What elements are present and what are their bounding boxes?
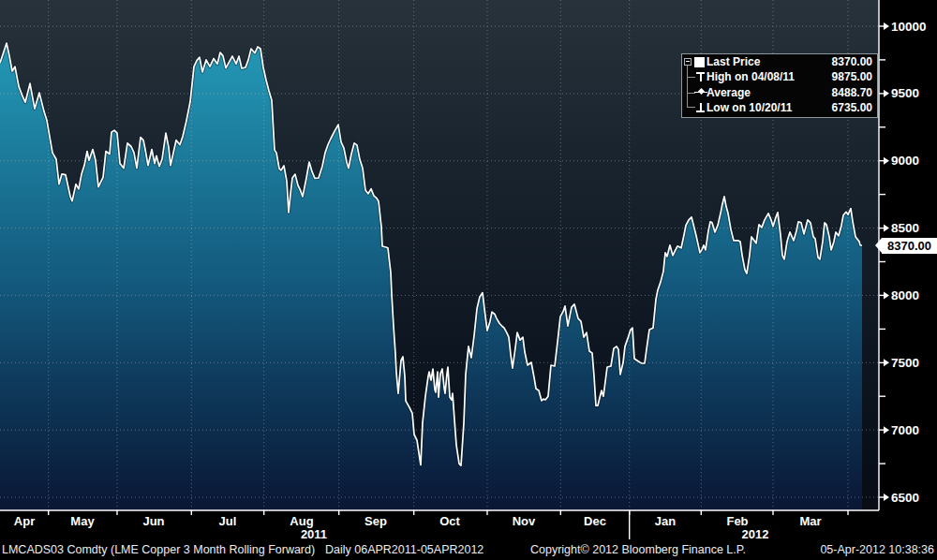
month-label: May [70,514,95,528]
month-label: Nov [513,514,536,528]
y-tick-label: 8500 [891,221,919,235]
month-label: Dec [584,514,606,528]
y-tick-label: 8000 [891,288,919,302]
legend-label: Low on 10/20/11 [706,100,792,115]
y-tick-label: 7500 [891,356,919,370]
legend-value: 8370.00 [832,54,872,69]
last-price-swatch-icon [694,57,705,67]
y-axis-ticks: 100009500900085008000750070006500 [879,20,927,505]
copyright-notice: Copyright© 2012 Bloomberg Finance L.P. [530,540,746,559]
chart-legend: Last Price 8370.00 High on 04/08/11 9875… [681,53,878,118]
high-whisker-icon [695,71,706,82]
timestamp: 05-Apr-2012 10:38:36 [820,540,934,559]
legend-collapse-icon[interactable] [684,58,692,66]
x-axis-labels: AprMayJunJulAugSepOctNovDecJanFebMar2011… [14,514,822,539]
legend-row-average[interactable]: Average 8488.70 [682,85,877,100]
legend-label: Last Price [706,54,760,69]
status-bar: LMCADS03 Comdty (LME Copper 3 Month Roll… [0,540,937,560]
y-tick-label: 7000 [891,423,919,437]
month-label: Jul [219,514,237,528]
y-tick-label: 10000 [891,20,927,34]
security-description: LMCADS03 Comdty (LME Copper 3 Month Roll… [2,540,315,559]
legend-value: 9875.00 [832,69,872,84]
month-label: Apr [14,514,35,528]
year-label: 2012 [742,527,769,540]
low-whisker-icon [695,102,706,113]
last-price-axis-tag: 8370.00 [882,238,937,254]
average-marker-icon [695,87,706,98]
legend-row-low[interactable]: Low on 10/20/11 6735.00 [682,100,877,115]
month-label: Jun [142,514,164,528]
month-label: Oct [439,514,460,528]
legend-row-last-price[interactable]: Last Price 8370.00 [682,54,877,69]
bloomberg-chart-window: 100009500900085008000750070006500AprMayJ… [0,0,937,560]
y-tick-label: 9000 [891,154,919,168]
legend-label: Average [706,85,751,100]
month-label: Sep [364,514,387,528]
date-range: Daily 06APR2011-05APR2012 [325,540,483,559]
year-label: 2011 [301,527,327,540]
month-label: Mar [799,514,821,528]
legend-label: High on 04/08/11 [706,69,795,84]
y-tick-label: 9500 [891,86,919,100]
legend-value: 8488.70 [832,85,872,100]
y-tick-label: 6500 [891,491,919,505]
legend-row-high[interactable]: High on 04/08/11 9875.00 [682,69,877,84]
month-label: Jan [655,514,676,528]
legend-value: 6735.00 [832,100,872,115]
